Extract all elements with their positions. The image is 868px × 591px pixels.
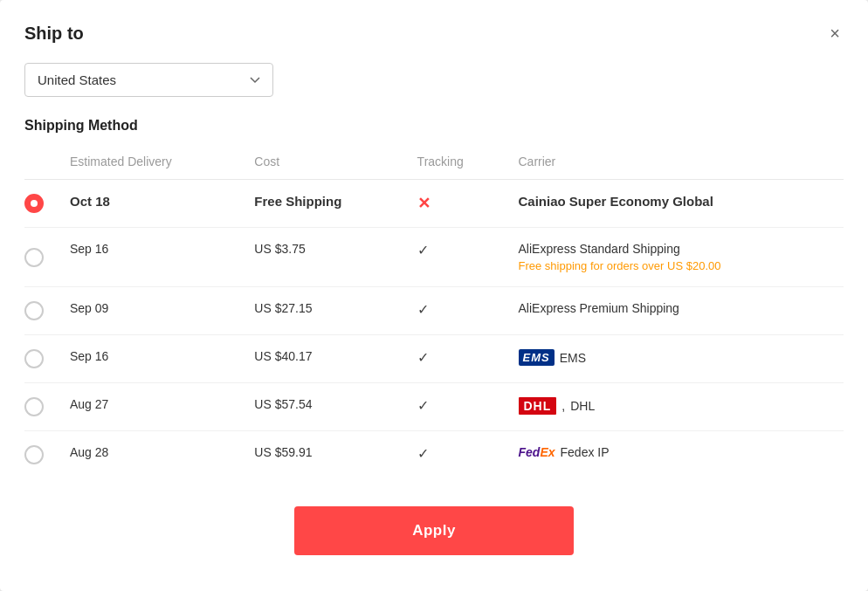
- tracking-check-icon: ✓: [417, 350, 429, 365]
- radio-cell: [24, 287, 59, 335]
- apply-button-wrapper: Apply: [24, 506, 844, 555]
- modal-header: Ship to ×: [24, 21, 844, 45]
- carrier-separator: ,: [561, 399, 565, 413]
- delivery-date-cell: Oct 18: [59, 180, 244, 228]
- ems-logo: EMS: [519, 349, 555, 366]
- radio-button[interactable]: [24, 194, 44, 213]
- carrier-name: AliExpress Standard Shipping: [519, 242, 680, 256]
- cost-value: US $27.15: [254, 301, 312, 315]
- delivery-date-cell: Sep 09: [59, 287, 244, 335]
- carrier-cell: AliExpress Standard ShippingFree shippin…: [508, 228, 844, 287]
- table-row[interactable]: Sep 16US $3.75✓AliExpress Standard Shipp…: [24, 228, 844, 287]
- carrier-name: DHL: [570, 399, 595, 413]
- radio-button[interactable]: [24, 301, 44, 320]
- carrier-name-wrapper: AliExpress Premium Shipping: [519, 301, 834, 315]
- table-row[interactable]: Sep 09US $27.15✓AliExpress Premium Shipp…: [24, 287, 844, 335]
- cost-value: US $57.54: [254, 397, 312, 411]
- radio-cell: [24, 180, 59, 228]
- shipping-table: Estimated Delivery Cost Tracking Carrier…: [24, 148, 844, 478]
- delivery-date: Sep 16: [70, 349, 108, 363]
- carrier-logo-wrapper: FedEx Fedex IP: [519, 445, 610, 459]
- cost-value: US $40.17: [254, 349, 312, 363]
- tracking-check-icon: ✓: [417, 243, 429, 258]
- radio-cell: [24, 228, 59, 287]
- carrier-cell: Cainiao Super Economy Global: [508, 180, 844, 228]
- table-row[interactable]: Aug 27US $57.54✓DHL, DHL: [24, 383, 844, 431]
- country-select[interactable]: United States United Kingdom Canada Aust…: [24, 63, 273, 97]
- carrier-cell: EMSEMS: [508, 335, 844, 383]
- carrier-name: AliExpress Premium Shipping: [519, 301, 679, 315]
- tracking-check-icon: ✓: [417, 302, 429, 317]
- shipping-method-title: Shipping Method: [24, 118, 844, 134]
- cost-value: Free Shipping: [254, 194, 341, 209]
- carrier-cell: AliExpress Premium Shipping: [508, 287, 844, 335]
- cost-value: US $3.75: [254, 242, 305, 256]
- delivery-date: Aug 27: [70, 397, 108, 411]
- modal-title: Ship to: [24, 24, 84, 44]
- tracking-x-icon: ✕: [417, 195, 431, 212]
- radio-cell: [24, 335, 59, 383]
- delivery-date-cell: Sep 16: [59, 335, 244, 383]
- carrier-name: Cainiao Super Economy Global: [519, 194, 713, 209]
- cost-cell: US $57.54: [244, 383, 406, 431]
- tracking-cell: ✕: [407, 180, 508, 228]
- apply-button[interactable]: Apply: [294, 506, 574, 555]
- carrier-cell: FedEx Fedex IP: [508, 431, 844, 479]
- dhl-logo: DHL: [519, 397, 557, 415]
- table-row[interactable]: Sep 16US $40.17✓EMSEMS: [24, 335, 844, 383]
- col-carrier: Carrier: [508, 148, 844, 180]
- tracking-check-icon: ✓: [417, 446, 429, 461]
- carrier-name: Fedex IP: [561, 445, 610, 459]
- tracking-cell: ✓: [407, 228, 508, 287]
- tracking-cell: ✓: [407, 431, 508, 479]
- col-estimated-delivery: Estimated Delivery: [59, 148, 244, 180]
- carrier-name-wrapper: AliExpress Standard ShippingFree shippin…: [519, 242, 834, 272]
- delivery-date-cell: Sep 16: [59, 228, 244, 287]
- cost-cell: US $40.17: [244, 335, 406, 383]
- cost-cell: US $3.75: [244, 228, 406, 287]
- country-select-wrapper: United States United Kingdom Canada Aust…: [24, 63, 844, 97]
- close-button[interactable]: ×: [826, 21, 844, 45]
- table-row[interactable]: Aug 28US $59.91✓FedEx Fedex IP: [24, 431, 844, 479]
- col-cost: Cost: [244, 148, 406, 180]
- tracking-check-icon: ✓: [417, 398, 429, 413]
- table-row[interactable]: Oct 18Free Shipping✕Cainiao Super Econom…: [24, 180, 844, 228]
- cost-cell: Free Shipping: [244, 180, 406, 228]
- carrier-logo-wrapper: DHL, DHL: [519, 397, 596, 415]
- shipping-method-section: Shipping Method Estimated Delivery Cost …: [24, 118, 844, 478]
- radio-button[interactable]: [24, 445, 44, 464]
- col-tracking: Tracking: [407, 148, 508, 180]
- tracking-cell: ✓: [407, 335, 508, 383]
- cost-value: US $59.91: [254, 445, 312, 459]
- radio-cell: [24, 383, 59, 431]
- carrier-cell: DHL, DHL: [508, 383, 844, 431]
- radio-button[interactable]: [24, 397, 44, 416]
- delivery-date: Sep 16: [70, 242, 108, 256]
- cost-cell: US $27.15: [244, 287, 406, 335]
- delivery-date-cell: Aug 27: [59, 383, 244, 431]
- cost-cell: US $59.91: [244, 431, 406, 479]
- carrier-name-wrapper: Cainiao Super Economy Global: [519, 194, 834, 209]
- radio-cell: [24, 431, 59, 479]
- shipping-modal: Ship to × United States United Kingdom C…: [0, 0, 868, 591]
- delivery-date: Aug 28: [70, 445, 108, 459]
- delivery-date: Sep 09: [70, 301, 108, 315]
- delivery-date: Oct 18: [70, 194, 110, 209]
- carrier-name: EMS: [560, 351, 586, 365]
- delivery-date-cell: Aug 28: [59, 431, 244, 479]
- fedex-logo: FedEx: [519, 445, 555, 459]
- free-shipping-note: Free shipping for orders over US $20.00: [519, 259, 834, 272]
- radio-button[interactable]: [24, 248, 44, 267]
- carrier-logo-wrapper: EMSEMS: [519, 349, 587, 366]
- col-radio: [24, 148, 59, 180]
- radio-button[interactable]: [24, 349, 44, 368]
- tracking-cell: ✓: [407, 287, 508, 335]
- tracking-cell: ✓: [407, 383, 508, 431]
